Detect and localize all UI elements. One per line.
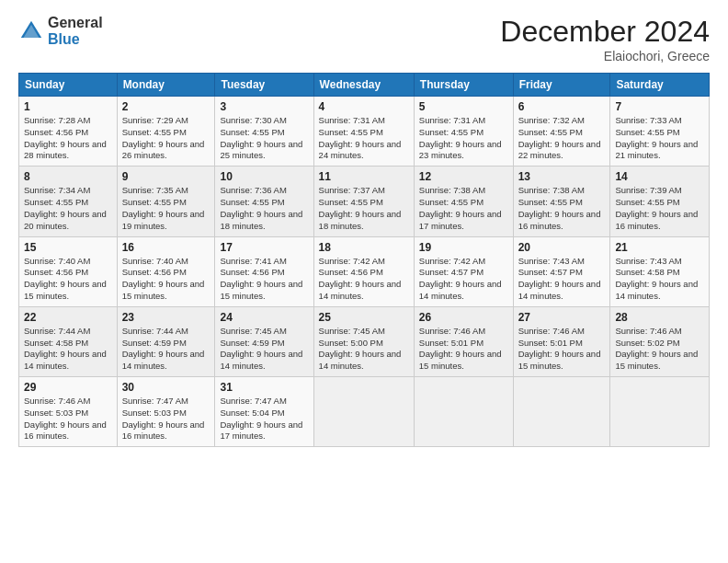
calendar-cell-w3-d3: 18Sunrise: 7:42 AMSunset: 4:56 PMDayligh… <box>313 236 414 306</box>
day-number: 17 <box>220 241 308 254</box>
day-info: Sunrise: 7:38 AMSunset: 4:55 PMDaylight:… <box>518 185 606 232</box>
calendar-cell-w3-d6: 21Sunrise: 7:43 AMSunset: 4:58 PMDayligh… <box>610 236 710 306</box>
day-info: Sunrise: 7:33 AMSunset: 4:55 PMDaylight:… <box>615 115 704 162</box>
day-info: Sunrise: 7:42 AMSunset: 4:57 PMDaylight:… <box>419 256 508 303</box>
calendar-cell-w2-d0: 8Sunrise: 7:34 AMSunset: 4:55 PMDaylight… <box>19 167 118 236</box>
day-info: Sunrise: 7:36 AMSunset: 4:55 PMDaylight:… <box>220 185 308 232</box>
calendar-cell-w1-d3: 4Sunrise: 7:31 AMSunset: 4:55 PMDaylight… <box>313 97 414 167</box>
logo: General Blue <box>18 15 103 47</box>
day-number: 27 <box>518 311 606 324</box>
day-info: Sunrise: 7:45 AMSunset: 4:59 PMDaylight:… <box>220 326 308 373</box>
day-number: 24 <box>220 311 308 324</box>
day-number: 8 <box>24 170 112 183</box>
day-number: 9 <box>122 170 210 183</box>
calendar-cell-w4-d4: 26Sunrise: 7:46 AMSunset: 5:01 PMDayligh… <box>414 306 513 376</box>
day-info: Sunrise: 7:44 AMSunset: 4:58 PMDaylight:… <box>24 326 112 373</box>
calendar-cell-w4-d5: 27Sunrise: 7:46 AMSunset: 5:01 PMDayligh… <box>513 306 610 376</box>
calendar-cell-w1-d5: 6Sunrise: 7:32 AMSunset: 4:55 PMDaylight… <box>513 97 610 167</box>
day-info: Sunrise: 7:29 AMSunset: 4:55 PMDaylight:… <box>122 115 210 162</box>
day-number: 23 <box>122 311 210 324</box>
day-number: 11 <box>319 170 409 183</box>
page: General Blue December 2024 Elaiochori, G… <box>0 0 728 563</box>
title-block: December 2024 Elaiochori, Greece <box>500 15 710 63</box>
day-info: Sunrise: 7:42 AMSunset: 4:56 PMDaylight:… <box>319 256 409 303</box>
col-tuesday: Tuesday <box>215 74 313 97</box>
day-info: Sunrise: 7:32 AMSunset: 4:55 PMDaylight:… <box>518 115 606 162</box>
day-info: Sunrise: 7:46 AMSunset: 5:01 PMDaylight:… <box>419 326 508 373</box>
calendar-cell-w4-d0: 22Sunrise: 7:44 AMSunset: 4:58 PMDayligh… <box>19 306 118 376</box>
logo-icon <box>18 18 44 44</box>
day-info: Sunrise: 7:45 AMSunset: 5:00 PMDaylight:… <box>319 326 409 373</box>
col-wednesday: Wednesday <box>313 74 414 97</box>
calendar-week-2: 8Sunrise: 7:34 AMSunset: 4:55 PMDaylight… <box>19 167 710 236</box>
calendar-cell-w1-d2: 3Sunrise: 7:30 AMSunset: 4:55 PMDaylight… <box>215 97 313 167</box>
logo-text-general: General <box>48 15 103 31</box>
day-number: 1 <box>24 100 112 113</box>
day-info: Sunrise: 7:31 AMSunset: 4:55 PMDaylight:… <box>319 115 409 162</box>
calendar-cell-w3-d2: 17Sunrise: 7:41 AMSunset: 4:56 PMDayligh… <box>215 236 313 306</box>
day-number: 21 <box>615 241 704 254</box>
day-info: Sunrise: 7:35 AMSunset: 4:55 PMDaylight:… <box>122 185 210 232</box>
calendar-cell-w4-d6: 28Sunrise: 7:46 AMSunset: 5:02 PMDayligh… <box>610 306 710 376</box>
col-sunday: Sunday <box>19 74 118 97</box>
calendar-cell-w5-d4 <box>414 377 513 447</box>
calendar-cell-w3-d1: 16Sunrise: 7:40 AMSunset: 4:56 PMDayligh… <box>117 236 215 306</box>
day-info: Sunrise: 7:37 AMSunset: 4:55 PMDaylight:… <box>319 185 409 232</box>
day-number: 25 <box>319 311 409 324</box>
calendar-cell-w1-d1: 2Sunrise: 7:29 AMSunset: 4:55 PMDaylight… <box>117 97 215 167</box>
calendar-cell-w5-d5 <box>513 377 610 447</box>
calendar-cell-w1-d6: 7Sunrise: 7:33 AMSunset: 4:55 PMDaylight… <box>610 97 710 167</box>
day-info: Sunrise: 7:46 AMSunset: 5:01 PMDaylight:… <box>518 326 606 373</box>
day-number: 10 <box>220 170 308 183</box>
day-number: 7 <box>615 100 704 113</box>
calendar-table: Sunday Monday Tuesday Wednesday Thursday… <box>18 73 710 447</box>
day-number: 29 <box>24 381 112 394</box>
day-number: 22 <box>24 311 112 324</box>
day-number: 19 <box>419 241 508 254</box>
logo-text-blue: Blue <box>48 31 103 48</box>
month-title: December 2024 <box>500 15 710 49</box>
calendar-cell-w5-d0: 29Sunrise: 7:46 AMSunset: 5:03 PMDayligh… <box>19 377 118 447</box>
day-number: 31 <box>220 381 308 394</box>
day-number: 16 <box>122 241 210 254</box>
calendar-cell-w2-d3: 11Sunrise: 7:37 AMSunset: 4:55 PMDayligh… <box>313 167 414 236</box>
calendar-cell-w3-d0: 15Sunrise: 7:40 AMSunset: 4:56 PMDayligh… <box>19 236 118 306</box>
calendar-cell-w2-d1: 9Sunrise: 7:35 AMSunset: 4:55 PMDaylight… <box>117 167 215 236</box>
day-number: 13 <box>518 170 606 183</box>
col-friday: Friday <box>513 74 610 97</box>
header: General Blue December 2024 Elaiochori, G… <box>18 15 710 63</box>
calendar-cell-w3-d4: 19Sunrise: 7:42 AMSunset: 4:57 PMDayligh… <box>414 236 513 306</box>
day-number: 4 <box>319 100 409 113</box>
day-number: 12 <box>419 170 508 183</box>
day-info: Sunrise: 7:46 AMSunset: 5:03 PMDaylight:… <box>24 396 112 442</box>
day-number: 30 <box>122 381 210 394</box>
day-info: Sunrise: 7:46 AMSunset: 5:02 PMDaylight:… <box>615 326 704 373</box>
calendar-cell-w4-d2: 24Sunrise: 7:45 AMSunset: 4:59 PMDayligh… <box>215 306 313 376</box>
calendar-week-3: 15Sunrise: 7:40 AMSunset: 4:56 PMDayligh… <box>19 236 710 306</box>
day-info: Sunrise: 7:39 AMSunset: 4:55 PMDaylight:… <box>615 185 704 232</box>
day-number: 14 <box>615 170 704 183</box>
day-info: Sunrise: 7:34 AMSunset: 4:55 PMDaylight:… <box>24 185 112 232</box>
calendar-cell-w1-d0: 1Sunrise: 7:28 AMSunset: 4:56 PMDaylight… <box>19 97 118 167</box>
calendar-cell-w2-d6: 14Sunrise: 7:39 AMSunset: 4:55 PMDayligh… <box>610 167 710 236</box>
day-number: 26 <box>419 311 508 324</box>
calendar-week-1: 1Sunrise: 7:28 AMSunset: 4:56 PMDaylight… <box>19 97 710 167</box>
day-info: Sunrise: 7:28 AMSunset: 4:56 PMDaylight:… <box>24 115 112 162</box>
day-number: 3 <box>220 100 308 113</box>
calendar-cell-w4-d3: 25Sunrise: 7:45 AMSunset: 5:00 PMDayligh… <box>313 306 414 376</box>
calendar-cell-w3-d5: 20Sunrise: 7:43 AMSunset: 4:57 PMDayligh… <box>513 236 610 306</box>
day-info: Sunrise: 7:30 AMSunset: 4:55 PMDaylight:… <box>220 115 308 162</box>
day-info: Sunrise: 7:40 AMSunset: 4:56 PMDaylight:… <box>122 256 210 303</box>
day-info: Sunrise: 7:31 AMSunset: 4:55 PMDaylight:… <box>419 115 508 162</box>
col-thursday: Thursday <box>414 74 513 97</box>
col-monday: Monday <box>117 74 215 97</box>
calendar-cell-w5-d3 <box>313 377 414 447</box>
calendar-header-row: Sunday Monday Tuesday Wednesday Thursday… <box>19 74 710 97</box>
calendar-cell-w4-d1: 23Sunrise: 7:44 AMSunset: 4:59 PMDayligh… <box>117 306 215 376</box>
day-info: Sunrise: 7:40 AMSunset: 4:56 PMDaylight:… <box>24 256 112 303</box>
day-number: 6 <box>518 100 606 113</box>
calendar-cell-w2-d2: 10Sunrise: 7:36 AMSunset: 4:55 PMDayligh… <box>215 167 313 236</box>
calendar-cell-w5-d6 <box>610 377 710 447</box>
calendar-cell-w5-d1: 30Sunrise: 7:47 AMSunset: 5:03 PMDayligh… <box>117 377 215 447</box>
calendar-cell-w5-d2: 31Sunrise: 7:47 AMSunset: 5:04 PMDayligh… <box>215 377 313 447</box>
